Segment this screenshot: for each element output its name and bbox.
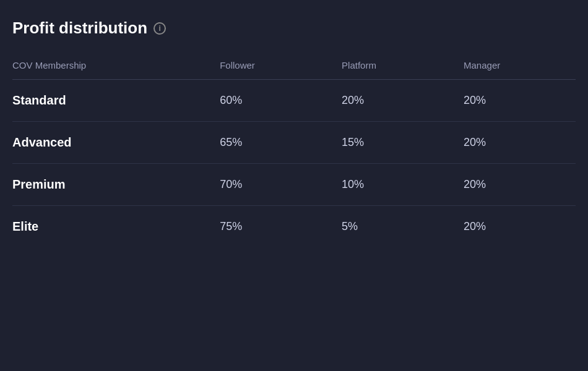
title-row: Profit distribution i <box>12 19 576 38</box>
cell-manager-0: 20% <box>454 80 576 122</box>
page-title: Profit distribution <box>12 19 147 38</box>
cell-membership-1: Advanced <box>12 122 210 164</box>
profit-distribution-section: Profit distribution i COV Membership Fol… <box>12 19 576 247</box>
profit-distribution-table: COV Membership Follower Platform Manager… <box>12 53 576 247</box>
cell-platform-0: 20% <box>332 80 454 122</box>
col-header-follower: Follower <box>210 53 332 80</box>
col-header-platform: Platform <box>332 53 454 80</box>
table-header-row: COV Membership Follower Platform Manager <box>12 53 576 80</box>
cell-membership-2: Premium <box>12 164 210 206</box>
table-row: Standard60%20%20% <box>12 80 576 122</box>
cell-membership-3: Elite <box>12 206 210 248</box>
cell-follower-1: 65% <box>210 122 332 164</box>
cell-follower-2: 70% <box>210 164 332 206</box>
table-row: Elite75%5%20% <box>12 206 576 248</box>
table-row: Premium70%10%20% <box>12 164 576 206</box>
col-header-manager: Manager <box>454 53 576 80</box>
cell-platform-1: 15% <box>332 122 454 164</box>
info-icon[interactable]: i <box>153 22 166 35</box>
cell-manager-3: 20% <box>454 206 576 248</box>
cell-platform-2: 10% <box>332 164 454 206</box>
cell-platform-3: 5% <box>332 206 454 248</box>
cell-follower-0: 60% <box>210 80 332 122</box>
cell-membership-0: Standard <box>12 80 210 122</box>
cell-manager-1: 20% <box>454 122 576 164</box>
table-row: Advanced65%15%20% <box>12 122 576 164</box>
cell-manager-2: 20% <box>454 164 576 206</box>
col-header-membership: COV Membership <box>12 53 210 80</box>
cell-follower-3: 75% <box>210 206 332 248</box>
